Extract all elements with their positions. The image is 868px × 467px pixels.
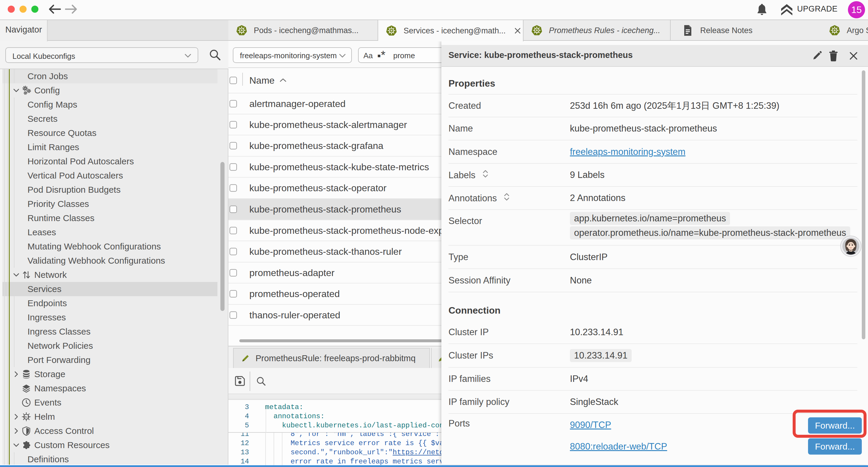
svg-text:HELM: HELM bbox=[23, 415, 29, 418]
